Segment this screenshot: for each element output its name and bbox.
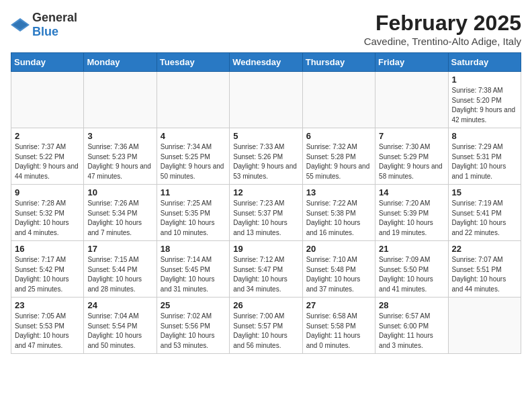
- day-info: Sunrise: 7:05 AM Sunset: 5:53 PM Dayligh…: [15, 312, 80, 351]
- calendar-cell: 28Sunrise: 6:57 AM Sunset: 6:00 PM Dayli…: [375, 298, 448, 354]
- day-number: 2: [15, 131, 80, 141]
- week-row-4: 16Sunrise: 7:17 AM Sunset: 5:42 PM Dayli…: [11, 241, 521, 298]
- weekday-header-thursday: Thursday: [302, 53, 375, 72]
- calendar-cell: 26Sunrise: 7:00 AM Sunset: 5:57 PM Dayli…: [230, 298, 302, 354]
- day-info: Sunrise: 7:20 AM Sunset: 5:39 PM Dayligh…: [379, 199, 444, 238]
- day-number: 25: [161, 300, 226, 310]
- calendar-cell: 10Sunrise: 7:26 AM Sunset: 5:34 PM Dayli…: [84, 185, 157, 241]
- page-header: General Blue February 2025 Cavedine, Tre…: [11, 11, 521, 47]
- weekday-header-wednesday: Wednesday: [230, 53, 302, 72]
- day-info: Sunrise: 7:25 AM Sunset: 5:35 PM Dayligh…: [161, 199, 226, 238]
- calendar-cell: 17Sunrise: 7:15 AM Sunset: 5:44 PM Dayli…: [84, 241, 157, 298]
- weekday-header-sunday: Sunday: [11, 53, 84, 72]
- day-info: Sunrise: 7:15 AM Sunset: 5:44 PM Dayligh…: [87, 255, 152, 294]
- calendar-cell: 16Sunrise: 7:17 AM Sunset: 5:42 PM Dayli…: [11, 241, 84, 298]
- weekday-header-row: SundayMondayTuesdayWednesdayThursdayFrid…: [11, 53, 521, 72]
- calendar-cell: 11Sunrise: 7:25 AM Sunset: 5:35 PM Dayli…: [157, 185, 229, 241]
- calendar-cell: 1Sunrise: 7:38 AM Sunset: 5:20 PM Daylig…: [448, 72, 521, 128]
- day-info: Sunrise: 7:00 AM Sunset: 5:57 PM Dayligh…: [233, 312, 298, 351]
- calendar-cell: 6Sunrise: 7:32 AM Sunset: 5:28 PM Daylig…: [302, 128, 375, 185]
- day-info: Sunrise: 7:17 AM Sunset: 5:42 PM Dayligh…: [15, 255, 80, 294]
- day-info: Sunrise: 7:10 AM Sunset: 5:48 PM Dayligh…: [306, 255, 371, 294]
- calendar-cell: 22Sunrise: 7:07 AM Sunset: 5:51 PM Dayli…: [448, 241, 521, 298]
- calendar-cell: [84, 72, 157, 128]
- calendar-cell: 18Sunrise: 7:14 AM Sunset: 5:45 PM Dayli…: [157, 241, 229, 298]
- day-number: 14: [379, 187, 444, 197]
- calendar-cell: 19Sunrise: 7:12 AM Sunset: 5:47 PM Dayli…: [230, 241, 302, 298]
- day-info: Sunrise: 7:26 AM Sunset: 5:34 PM Dayligh…: [87, 199, 152, 238]
- day-info: Sunrise: 7:28 AM Sunset: 5:32 PM Dayligh…: [15, 199, 80, 238]
- day-info: Sunrise: 7:07 AM Sunset: 5:51 PM Dayligh…: [452, 255, 517, 294]
- calendar-cell: 2Sunrise: 7:37 AM Sunset: 5:22 PM Daylig…: [11, 128, 84, 185]
- weekday-header-friday: Friday: [375, 53, 448, 72]
- day-info: Sunrise: 7:33 AM Sunset: 5:26 PM Dayligh…: [233, 142, 298, 181]
- day-number: 22: [452, 244, 517, 254]
- day-number: 3: [87, 131, 152, 141]
- day-number: 18: [161, 244, 226, 254]
- calendar-table: SundayMondayTuesdayWednesdayThursdayFrid…: [11, 52, 521, 354]
- day-info: Sunrise: 7:14 AM Sunset: 5:45 PM Dayligh…: [161, 255, 226, 294]
- calendar-cell: [448, 298, 521, 354]
- day-info: Sunrise: 7:30 AM Sunset: 5:29 PM Dayligh…: [379, 142, 444, 181]
- day-number: 26: [233, 300, 298, 310]
- calendar-cell: 24Sunrise: 7:04 AM Sunset: 5:54 PM Dayli…: [84, 298, 157, 354]
- logo-general: General: [32, 11, 77, 24]
- day-number: 23: [15, 300, 80, 310]
- calendar-cell: 12Sunrise: 7:23 AM Sunset: 5:37 PM Dayli…: [230, 185, 302, 241]
- day-number: 15: [452, 187, 517, 197]
- day-info: Sunrise: 7:29 AM Sunset: 5:31 PM Dayligh…: [452, 142, 517, 181]
- day-number: 17: [87, 244, 152, 254]
- calendar-cell: 27Sunrise: 6:58 AM Sunset: 5:58 PM Dayli…: [302, 298, 375, 354]
- calendar-cell: [375, 72, 448, 128]
- logo: General Blue: [11, 11, 77, 39]
- calendar-cell: 8Sunrise: 7:29 AM Sunset: 5:31 PM Daylig…: [448, 128, 521, 185]
- logo-blue: Blue: [32, 25, 58, 38]
- calendar-cell: [230, 72, 302, 128]
- day-number: 11: [161, 187, 226, 197]
- logo-text: General Blue: [32, 11, 77, 39]
- day-number: 12: [233, 187, 298, 197]
- svg-marker-1: [13, 20, 28, 30]
- calendar-cell: 23Sunrise: 7:05 AM Sunset: 5:53 PM Dayli…: [11, 298, 84, 354]
- day-info: Sunrise: 7:02 AM Sunset: 5:56 PM Dayligh…: [161, 312, 226, 351]
- week-row-2: 2Sunrise: 7:37 AM Sunset: 5:22 PM Daylig…: [11, 128, 521, 185]
- weekday-header-tuesday: Tuesday: [157, 53, 229, 72]
- day-number: 4: [161, 131, 226, 141]
- calendar-cell: [302, 72, 375, 128]
- day-number: 8: [452, 131, 517, 141]
- calendar-cell: [157, 72, 229, 128]
- month-year: February 2025: [364, 11, 521, 36]
- day-info: Sunrise: 6:57 AM Sunset: 6:00 PM Dayligh…: [379, 312, 444, 351]
- weekday-header-saturday: Saturday: [448, 53, 521, 72]
- day-info: Sunrise: 7:22 AM Sunset: 5:38 PM Dayligh…: [306, 199, 371, 238]
- weekday-header-monday: Monday: [84, 53, 157, 72]
- calendar-cell: 4Sunrise: 7:34 AM Sunset: 5:25 PM Daylig…: [157, 128, 229, 185]
- location: Cavedine, Trentino-Alto Adige, Italy: [364, 36, 521, 47]
- calendar-cell: 14Sunrise: 7:20 AM Sunset: 5:39 PM Dayli…: [375, 185, 448, 241]
- day-info: Sunrise: 7:09 AM Sunset: 5:50 PM Dayligh…: [379, 255, 444, 294]
- calendar-cell: 9Sunrise: 7:28 AM Sunset: 5:32 PM Daylig…: [11, 185, 84, 241]
- calendar-cell: 15Sunrise: 7:19 AM Sunset: 5:41 PM Dayli…: [448, 185, 521, 241]
- day-number: 19: [233, 244, 298, 254]
- day-info: Sunrise: 6:58 AM Sunset: 5:58 PM Dayligh…: [306, 312, 371, 351]
- day-number: 28: [379, 300, 444, 310]
- calendar-cell: 5Sunrise: 7:33 AM Sunset: 5:26 PM Daylig…: [230, 128, 302, 185]
- day-number: 7: [379, 131, 444, 141]
- day-info: Sunrise: 7:04 AM Sunset: 5:54 PM Dayligh…: [87, 312, 152, 351]
- calendar-cell: 13Sunrise: 7:22 AM Sunset: 5:38 PM Dayli…: [302, 185, 375, 241]
- calendar-cell: 7Sunrise: 7:30 AM Sunset: 5:29 PM Daylig…: [375, 128, 448, 185]
- day-number: 10: [87, 187, 152, 197]
- day-info: Sunrise: 7:19 AM Sunset: 5:41 PM Dayligh…: [452, 199, 517, 238]
- day-number: 27: [306, 300, 371, 310]
- week-row-1: 1Sunrise: 7:38 AM Sunset: 5:20 PM Daylig…: [11, 72, 521, 128]
- day-number: 6: [306, 131, 371, 141]
- day-number: 5: [233, 131, 298, 141]
- day-number: 9: [15, 187, 80, 197]
- day-info: Sunrise: 7:12 AM Sunset: 5:47 PM Dayligh…: [233, 255, 298, 294]
- logo-icon: [11, 18, 30, 32]
- calendar-cell: 21Sunrise: 7:09 AM Sunset: 5:50 PM Dayli…: [375, 241, 448, 298]
- day-number: 24: [87, 300, 152, 310]
- day-number: 13: [306, 187, 371, 197]
- calendar-cell: 3Sunrise: 7:36 AM Sunset: 5:23 PM Daylig…: [84, 128, 157, 185]
- day-info: Sunrise: 7:38 AM Sunset: 5:20 PM Dayligh…: [452, 86, 517, 125]
